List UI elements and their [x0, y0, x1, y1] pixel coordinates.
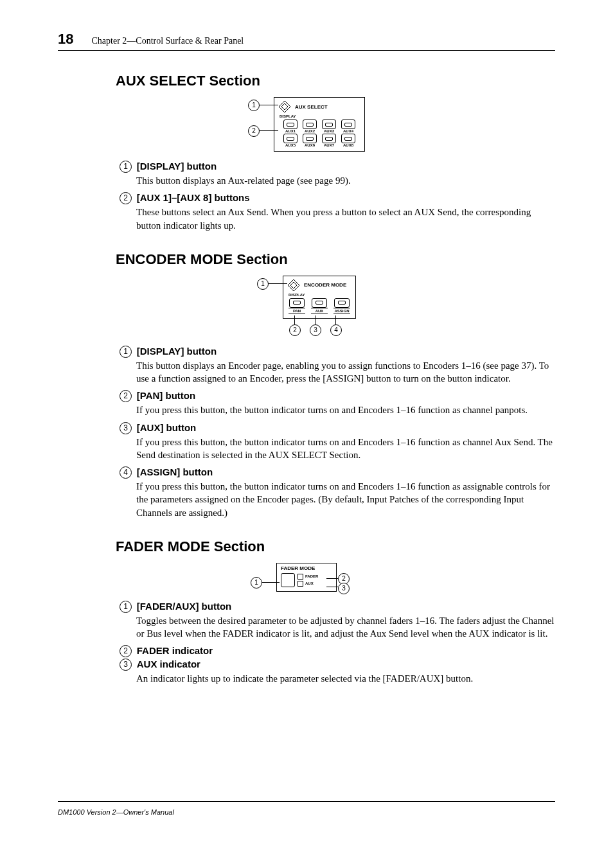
- encoder-mode-panel: ENCODER MODE DISPLAY PAN AUX ASSIGN: [283, 276, 356, 319]
- item-number: 3: [120, 659, 132, 671]
- aux5-button: [283, 134, 298, 143]
- aux-select-panel: AUX SELECT DISPLAY AUX1 AUX2 AUX3 AUX4 A…: [274, 97, 365, 152]
- item-body: If you press this button, the button ind…: [136, 403, 555, 416]
- aux6-button: [303, 134, 317, 143]
- aux3-button: [322, 120, 336, 129]
- fader-indicator-label: FADER: [305, 574, 318, 578]
- aux5-label: AUX5: [285, 143, 296, 147]
- section-heading-aux: AUX SELECT Section: [116, 73, 555, 89]
- aux4-button: [341, 120, 355, 129]
- assign-button: [334, 298, 350, 308]
- display-button-icon: [278, 100, 291, 113]
- fader-indicator: [298, 574, 303, 580]
- item-number: 2: [120, 390, 132, 402]
- list-item: 1 [DISPLAY] button This button displays …: [136, 161, 555, 187]
- aux7-button: [322, 134, 336, 143]
- list-item: 2 [PAN] button If you press this button,…: [136, 390, 555, 416]
- page-header: 18 Chapter 2—Control Surface & Rear Pane…: [58, 31, 555, 51]
- item-title: [ASSIGN] button: [137, 466, 213, 477]
- item-number: 4: [120, 466, 132, 479]
- item-number: 2: [120, 645, 132, 657]
- chapter-line: Chapter 2—Control Surface & Rear Panel: [91, 36, 244, 46]
- aux2-button: [303, 120, 317, 129]
- callout-2: 2: [248, 125, 260, 137]
- display-label: DISPLAY: [289, 293, 351, 297]
- callout-4: 4: [330, 324, 342, 336]
- item-body: An indicator lights up to indicate the p…: [136, 672, 555, 685]
- item-number: 1: [120, 161, 132, 173]
- item-body: These buttons select an Aux Send. When y…: [136, 206, 555, 232]
- item-body: If you press this button, the button ind…: [136, 480, 555, 519]
- display-button-icon: [287, 279, 300, 292]
- pan-button: [289, 298, 305, 308]
- callout-3: 3: [310, 324, 321, 336]
- item-body: This button displays an Encoder page, en…: [136, 359, 555, 385]
- aux4-label: AUX4: [343, 129, 353, 133]
- item-number: 1: [120, 601, 132, 613]
- callout-1: 1: [257, 278, 269, 290]
- aux1-label: AUX1: [285, 129, 296, 133]
- aux8-label: AUX8: [343, 143, 353, 147]
- item-number: 2: [120, 192, 132, 204]
- callout-3: 3: [338, 583, 350, 594]
- aux-indicator: [298, 581, 303, 587]
- item-title: [AUX] button: [137, 422, 196, 433]
- panel-title: AUX SELECT: [295, 104, 328, 110]
- aux3-label: AUX3: [324, 129, 334, 133]
- item-title: AUX indicator: [137, 659, 200, 669]
- display-label: DISPLAY: [280, 114, 360, 118]
- panel-title: FADER MODE: [281, 565, 332, 571]
- list-item: 1 [DISPLAY] button This button displays …: [136, 346, 555, 385]
- callout-1: 1: [248, 100, 260, 111]
- aux2-label: AUX2: [305, 129, 315, 133]
- item-title: [FADER/AUX] button: [137, 601, 231, 612]
- item-title: [DISPLAY] button: [137, 346, 217, 357]
- aux8-button: [341, 134, 355, 143]
- aux-indicator-label: AUX: [305, 581, 314, 585]
- assign-label: ASSIGN: [333, 308, 350, 314]
- list-item: 4 [ASSIGN] button If you press this butt…: [136, 466, 555, 519]
- item-number: 1: [120, 346, 132, 358]
- aux6-label: AUX6: [305, 143, 315, 147]
- list-item: 3 AUX indicator An indicator lights up t…: [136, 659, 555, 685]
- item-body: If you press this button, the button ind…: [136, 436, 555, 462]
- footer-text: DM1000 Version 2—Owner's Manual: [58, 808, 174, 816]
- aux-button: [312, 298, 327, 308]
- panel-title: ENCODER MODE: [304, 282, 346, 288]
- list-item: 2 [AUX 1]–[AUX 8] buttons These buttons …: [136, 192, 555, 232]
- aux1-button: [283, 120, 298, 129]
- callout-2: 2: [289, 324, 301, 336]
- fader-aux-button: [281, 573, 295, 587]
- item-body: Toggles between the desired parameter to…: [136, 614, 555, 641]
- fader-mode-panel: FADER MODE FADER AUX: [276, 563, 337, 592]
- section-heading-encoder: ENCODER MODE Section: [116, 251, 555, 268]
- item-title: [DISPLAY] button: [137, 161, 217, 172]
- item-number: 3: [120, 422, 132, 434]
- aux-label: AUX: [311, 308, 328, 314]
- item-title: [AUX 1]–[AUX 8] buttons: [137, 192, 250, 203]
- list-item: 2 FADER indicator: [136, 645, 555, 657]
- list-item: 1 [FADER/AUX] button Toggles between the…: [136, 601, 555, 641]
- item-title: FADER indicator: [137, 645, 213, 656]
- aux7-label: AUX7: [324, 143, 334, 147]
- callout-1: 1: [251, 577, 262, 589]
- item-body: This button displays an Aux-related page…: [136, 174, 555, 187]
- section-heading-fader: FADER MODE Section: [116, 538, 555, 555]
- pan-label: PAN: [289, 308, 305, 314]
- page-number: 18: [58, 31, 73, 48]
- list-item: 3 [AUX] button If you press this button,…: [136, 422, 555, 462]
- item-title: [PAN] button: [137, 390, 195, 401]
